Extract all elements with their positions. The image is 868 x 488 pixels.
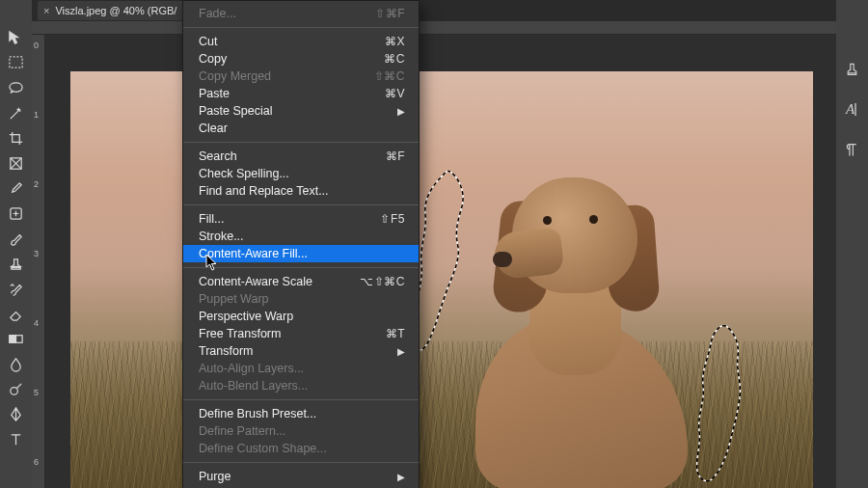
menu-item-stroke[interactable]: Stroke... (183, 228, 419, 245)
menu-item-label: Paste (199, 87, 230, 100)
menu-item-auto-align-layers: Auto-Align Layers... (183, 360, 419, 377)
submenu-arrow-icon: ▶ (397, 346, 405, 357)
menu-item-define-brush-preset[interactable]: Define Brush Preset... (183, 405, 419, 422)
menu-separator (183, 27, 419, 28)
menu-item-label: Transform (199, 344, 254, 358)
menu-item-copy-merged: Copy Merged⇧⌘C (183, 68, 419, 85)
menu-item-label: Search (199, 149, 237, 163)
menu-separator (183, 142, 419, 143)
document-tab[interactable]: × Viszla.jpeg @ 40% (RGB/ (38, 1, 186, 20)
menu-item-fill[interactable]: Fill...⇧F5 (183, 210, 419, 228)
menu-shortcut: ⇧⌘F (375, 7, 405, 20)
menu-item-content-aware-scale[interactable]: Content-Aware Scale⌥⇧⌘C (183, 273, 419, 290)
eyedropper-tool[interactable] (4, 177, 29, 199)
eraser-tool[interactable] (4, 303, 29, 324)
type-tool[interactable] (4, 428, 29, 449)
paragraph-panel-icon[interactable] (842, 139, 863, 160)
brush-tool[interactable] (4, 228, 29, 249)
left-toolbar (0, 0, 32, 488)
menu-item-puppet-warp: Puppet Warp (183, 290, 419, 308)
history-brush-tool[interactable] (4, 278, 29, 299)
menu-separator (183, 399, 419, 400)
horizontal-ruler (32, 21, 836, 35)
menu-item-label: Puppet Warp (199, 292, 269, 306)
menu-shortcut: ⌥⇧⌘C (360, 275, 405, 288)
edit-menu-dropdown[interactable]: Fade...⇧⌘FCut⌘XCopy⌘CCopy Merged⇧⌘CPaste… (182, 0, 420, 488)
menu-item-search[interactable]: Search⌘F (183, 148, 419, 165)
menu-separator (183, 204, 419, 205)
ruler-tick: 1 (34, 110, 39, 120)
move-tool[interactable] (4, 27, 29, 48)
stamp-panel-icon[interactable] (842, 58, 863, 79)
menu-item-label: Auto-Align Layers... (199, 362, 304, 375)
canvas-area[interactable] (45, 35, 836, 488)
menu-item-content-aware-fill[interactable]: Content-Aware Fill... (183, 245, 419, 262)
menu-item-label: Paste Special (199, 104, 272, 118)
clone-stamp-tool[interactable] (4, 253, 29, 274)
menu-item-label: Content-Aware Fill... (199, 247, 308, 260)
menu-item-transform[interactable]: Transform▶ (183, 342, 419, 360)
svg-point-7 (11, 387, 18, 394)
menu-item-label: Define Custom Shape... (199, 442, 327, 455)
ruler-tick: 3 (34, 249, 39, 258)
menu-item-cut[interactable]: Cut⌘X (183, 33, 419, 50)
close-tab-icon[interactable]: × (43, 1, 49, 20)
menu-item-purge[interactable]: Purge▶ (183, 468, 419, 485)
menu-item-label: Check Spelling... (199, 167, 289, 180)
right-panel-strip: A (836, 0, 868, 488)
menu-item-paste-special[interactable]: Paste Special▶ (183, 102, 419, 120)
menu-separator (183, 462, 419, 463)
menu-item-find-and-replace-text[interactable]: Find and Replace Text... (183, 182, 419, 200)
menu-item-label: Auto-Blend Layers... (199, 379, 308, 393)
menu-item-paste[interactable]: Paste⌘V (183, 85, 419, 102)
frame-tool[interactable] (4, 152, 29, 174)
menu-item-label: Define Pattern... (199, 424, 285, 438)
menu-item-check-spelling[interactable]: Check Spelling... (183, 165, 419, 182)
menu-item-clear[interactable]: Clear (183, 120, 419, 137)
menu-shortcut: ⌘C (384, 52, 405, 66)
menu-item-label: Find and Replace Text... (199, 184, 329, 198)
vertical-ruler: 0123456 (32, 35, 45, 488)
gradient-tool[interactable] (4, 328, 29, 349)
menu-item-label: Define Brush Preset... (199, 407, 316, 420)
blur-tool[interactable] (4, 353, 29, 374)
character-panel-icon[interactable]: A (842, 98, 863, 120)
menu-item-label: Copy Merged (199, 69, 271, 83)
magic-wand-tool[interactable] (4, 102, 29, 123)
ruler-tick: 6 (34, 457, 39, 467)
menu-item-label: Content-Aware Scale (199, 275, 312, 288)
menu-item-free-transform[interactable]: Free Transform⌘T (183, 325, 419, 342)
svg-line-8 (16, 383, 21, 388)
menu-shortcut: ⇧F5 (380, 212, 405, 226)
ruler-tick: 0 (34, 41, 39, 50)
menu-shortcut: ⇧⌘C (374, 69, 405, 83)
pen-tool[interactable] (4, 403, 29, 424)
submenu-arrow-icon: ▶ (397, 472, 405, 482)
menu-shortcut: ⌘X (385, 35, 405, 48)
ruler-tick: 5 (34, 388, 39, 397)
menu-item-fade: Fade...⇧⌘F (183, 5, 419, 22)
svg-rect-0 (10, 56, 22, 67)
svg-rect-6 (10, 335, 16, 342)
menu-item-copy[interactable]: Copy⌘C (183, 50, 419, 68)
menu-item-label: Cut (199, 35, 217, 48)
ruler-tick: 2 (34, 179, 39, 189)
menu-item-label: Free Transform (199, 327, 281, 340)
menu-item-label: Clear (199, 122, 228, 135)
app-window: × Viszla.jpeg @ 40% (RGB/ A 0123456 (0, 0, 868, 488)
menu-shortcut: ⌘V (385, 87, 405, 100)
menu-item-label: Perspective Warp (199, 310, 293, 323)
crop-tool[interactable] (4, 127, 29, 149)
dodge-tool[interactable] (4, 378, 29, 399)
healing-brush-tool[interactable] (4, 203, 29, 224)
marquee-tool[interactable] (4, 52, 29, 73)
menu-item-perspective-warp[interactable]: Perspective Warp (183, 308, 419, 325)
menu-item-auto-blend-layers: Auto-Blend Layers... (183, 377, 419, 394)
lasso-tool[interactable] (4, 77, 29, 98)
ruler-tick: 4 (34, 318, 39, 328)
menu-item-label: Fill... (199, 212, 224, 226)
menu-separator (183, 267, 419, 268)
menu-shortcut: ⌘T (386, 327, 405, 340)
menu-shortcut: ⌘F (386, 149, 405, 163)
menu-item-define-pattern: Define Pattern... (183, 422, 419, 440)
